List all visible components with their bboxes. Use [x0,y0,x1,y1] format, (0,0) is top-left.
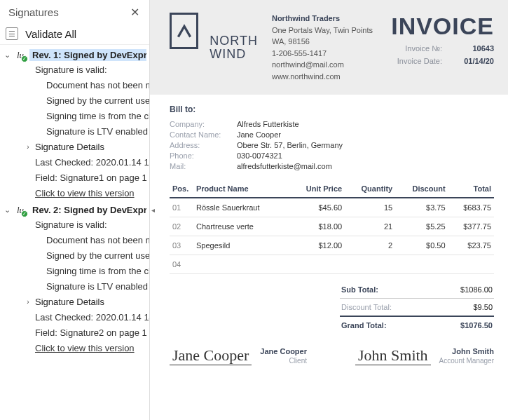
col-name: Product Name [193,180,288,198]
signature-valid-label: Signature is valid: [0,62,149,78]
chevron-right-icon: › [24,140,32,155]
bill-to-grid: Company: Alfreds Futterkiste Contact Nam… [170,120,494,170]
signature-field-label: Field: Signature2 on page 1 [0,325,149,341]
signature-detail-line: Document has not been m [0,78,149,93]
validate-all-label: Validate All [25,28,76,40]
panel-title: Signatures [8,6,59,18]
view-version-link[interactable]: Click to view this version [0,186,149,201]
chevron-down-icon[interactable]: ⌄ [3,205,11,215]
revision-title[interactable]: Rev. 1: Signed by DevExpress [29,49,146,61]
bill-contact: Jane Cooper [237,130,494,139]
bill-phone-label: Phone: [170,151,237,160]
revision-row[interactable]: ⌄ lu✓ Rev. 2: Signed by DevExpress [0,203,149,217]
client-signature: Jane Cooper Jane Cooper Client [170,346,322,365]
signer-role: Account Manager [439,356,494,365]
validate-list-icon: ☰ [6,27,18,40]
document-body: Bill to: Company: Alfreds Futterkiste Co… [150,95,508,420]
grandtotal-label: Grand Total: [341,321,387,330]
invoice-no-label: Invoice №: [405,44,442,53]
signature-detail-line: Signed by the current user [0,248,149,264]
totals-block: Sub Total:$1086.00 Discount Total:$9.50 … [340,281,494,334]
company-address: One Portals Way, Twin Points WA, 98156 [272,25,380,48]
company-logo-icon [170,13,198,49]
signature-valid-icon: lu✓ [14,205,27,216]
signature-details-toggle[interactable]: › Signature Details [0,140,149,155]
document-viewer: ◂ NORTHWIND Northwind Traders One Portal… [150,0,508,420]
panel-collapse-handle[interactable]: ◂ [150,201,156,220]
signer-name: Jane Cooper [260,346,307,356]
signature-detail-line: Signature is LTV enabled [0,124,149,140]
chevron-right-icon: › [24,294,32,310]
signature-detail-line: Signature is LTV enabled [0,279,149,294]
col-pos: Pos. [170,180,193,198]
signature-valid-icon: lu✓ [14,50,27,61]
document-header: NORTHWIND Northwind Traders One Portals … [150,0,508,95]
brand-name: NORTHWIND [210,34,258,61]
col-qty: Quantity [345,180,395,198]
invoice-title: INVOICE [391,13,494,40]
invoice-date-label: Invoice Date: [397,57,442,65]
signature-detail-line: Signing time is from the cl [0,109,149,124]
signature-glyph: John Smith [355,346,431,365]
signature-field-label: Field: Signature1 on page 1 [0,170,149,186]
invoice-date: 01/14/20 [455,55,494,68]
invoice-block: INVOICE Invoice №:10643 Invoice Date:01/… [391,13,494,67]
signature-valid-label: Signature is valid: [0,217,149,233]
table-row: 01 Rössle Sauerkraut $45.60 15 $3.75 $68… [170,198,494,217]
company-phone: 1-206-555-1417 [272,48,380,60]
manager-signature: John Smith John Smith Account Manager [343,346,495,365]
signer-role: Client [260,356,307,365]
col-unit: Unit Price [288,180,345,198]
subtotal-value: $1086.00 [460,285,493,294]
signatures-row: Jane Cooper Jane Cooper Client John Smit… [170,346,494,365]
signature-glyph: Jane Cooper [170,346,252,365]
bill-phone: 030-0074321 [237,151,494,160]
chevron-down-icon[interactable]: ⌄ [3,50,11,60]
signature-detail-line: Signed by the current user [0,93,149,109]
signer-name: John Smith [439,346,494,356]
table-row: 02 Chartreuse verte $18.00 21 $5.25 $377… [170,217,494,236]
signatures-panel: Signatures ✕ ☰ Validate All ⌄ lu✓ Rev. 1… [0,0,150,420]
signature-detail-line: Signing time is from the cl [0,264,149,279]
bill-company-label: Company: [170,120,237,128]
bill-mail-label: Mail: [170,162,237,170]
company-email: northwind@mail.com [272,59,380,71]
signature-details-label: Signature Details [35,294,104,310]
company-name: Northwind Traders [272,13,380,25]
discount-label: Discount Total: [341,303,392,311]
last-checked-label: Last Checked: 2020.01.14 15:0 [0,155,149,170]
bill-company: Alfreds Futterkiste [237,120,494,128]
bill-to-heading: Bill to: [170,104,494,114]
grandtotal-value: $1076.50 [460,321,493,330]
line-items-table: Pos. Product Name Unit Price Quantity Di… [170,180,494,274]
signature-tree: ⌄ lu✓ Rev. 1: Signed by DevExpress Signa… [0,45,149,420]
discount-value: $9.50 [473,303,493,311]
bill-address-label: Address: [170,141,237,149]
company-web: www.northwind.com [272,71,380,83]
table-row: 03 Spegesild $12.00 2 $0.50 $23.75 [170,236,494,255]
bill-contact-label: Contact Name: [170,130,237,139]
revision-row[interactable]: ⌄ lu✓ Rev. 1: Signed by DevExpress [0,48,149,62]
view-version-link[interactable]: Click to view this version [0,341,149,356]
last-checked-label: Last Checked: 2020.01.14 14:5 [0,310,149,325]
signature-details-toggle[interactable]: › Signature Details [0,294,149,310]
col-total: Total [448,180,494,198]
col-disc: Discount [395,180,448,198]
close-icon[interactable]: ✕ [128,4,142,20]
signature-detail-line: Document has not been m [0,233,149,248]
bill-address: Obere Str. 57, Berlin, Germany [237,141,494,149]
signature-details-label: Signature Details [35,140,104,155]
invoice-no: 10643 [455,43,494,55]
validate-all-button[interactable]: ☰ Validate All [0,23,149,45]
company-info: Northwind Traders One Portals Way, Twin … [272,13,380,82]
bill-mail: alfredsfutterkiste@mail.com [237,162,494,170]
subtotal-label: Sub Total: [341,285,378,294]
table-row: 04 [170,255,494,274]
revision-title[interactable]: Rev. 2: Signed by DevExpress [29,204,146,216]
